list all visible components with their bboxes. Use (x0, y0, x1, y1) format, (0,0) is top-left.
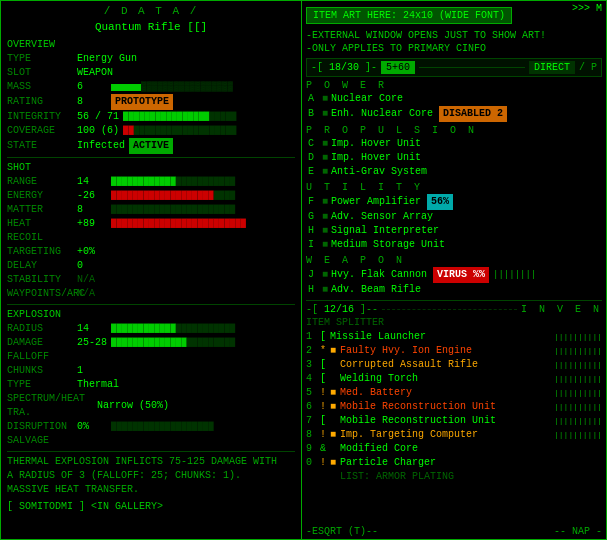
energy-label: ENERGY (7, 189, 77, 203)
matter-value: 8 (77, 203, 107, 217)
prop-item-d: D ■ Imp. Hover Unit (306, 151, 602, 165)
energy-bar: ███████████████████ (111, 189, 214, 203)
util-item-g: G ■ Adv. Sensor Array (306, 210, 602, 224)
utility-label: U T I L I T Y (306, 182, 602, 193)
inv-sub-label: ITEM SPLITTER (306, 317, 602, 328)
type-label: TYPE (7, 52, 77, 66)
inv-bars-6: |||||||||| (554, 400, 602, 414)
energy-value: -26 (77, 189, 107, 203)
rating-row: RATING 8 PROTOTYPE (7, 94, 295, 110)
inv-bars-4: |||||||||| (554, 372, 602, 386)
inv-bars-7: |||||||||| (554, 414, 602, 428)
inv-flag-2: * (320, 344, 330, 358)
util-dot-h: ■ (322, 224, 328, 238)
disruption-bar: ███████████████████ (111, 420, 214, 434)
targeting-row: TARGETING +0% (7, 245, 295, 259)
inv-marker-5: ■ (330, 386, 340, 400)
coverage-bar: ██ (123, 124, 134, 138)
inv-name-6: Mobile Reconstruction Unit (340, 400, 554, 414)
inv-flag-3: [ (320, 358, 330, 372)
rating-badge: PROTOTYPE (111, 94, 173, 110)
radius-row: RADIUS 14 ████████████ ███████████ (7, 322, 295, 336)
inv-num-6: 6 (306, 400, 320, 414)
inv-item-sub: LIST: ARMOR PLATING (306, 470, 602, 484)
inv-bars-1: |||||||||| (554, 330, 602, 344)
weap-item-h: H ■ Adv. Beam Rifle (306, 283, 602, 297)
targeting-value: +0% (77, 245, 107, 259)
prop-item-e: E ■ Anti-Grav System (306, 165, 602, 179)
util-item-i: I ■ Medium Storage Unit (306, 238, 602, 252)
coverage-row: COVERAGE 100 (6) ██ ███████████████████ (7, 124, 295, 138)
util-key-i: I (308, 238, 322, 252)
art-badge: ITEM ART HERE: 24x10 (WIDE FONT) (306, 7, 512, 24)
recoil-label: RECOIL (7, 231, 77, 245)
weap-key-j: J (308, 268, 322, 282)
matter-label: MATTER (7, 203, 77, 217)
inv-name-0: Particle Charger (340, 456, 602, 470)
recoil-row: RECOIL (7, 231, 295, 245)
inv-name-5: Med. Battery (340, 386, 554, 400)
corner-label: >>> M (572, 3, 602, 14)
inv-item-8: 8 ! ■ Imp. Targeting Computer |||||||||| (306, 428, 602, 442)
slot-row: SLOT WEAPON (7, 66, 295, 80)
range-value: 14 (77, 175, 107, 189)
inv-name-9: Modified Core (340, 442, 602, 456)
damage-row: DAMAGE 25-28 ██████████████ █████████ (7, 336, 295, 350)
type-row: TYPE Energy Gun (7, 52, 295, 66)
damage-value: 25-28 (77, 336, 107, 350)
mass-bar (111, 84, 141, 91)
util-dot-g: ■ (322, 210, 328, 224)
weap-key-h2: H (308, 283, 322, 297)
heat-label: HEAT (7, 217, 77, 231)
range-bar: ████████████ (111, 175, 176, 189)
prop-dot-c: ■ (322, 137, 328, 151)
prop-name-c: Imp. Hover Unit (331, 137, 421, 151)
integrity-bar-empty: █████ (209, 110, 236, 124)
inv-num-4: 4 (306, 372, 320, 386)
inv-name-3: Corrupted Assault Rifle (340, 358, 554, 372)
falloff-row: FALLOFF (7, 350, 295, 364)
explosion-label: EXPLOSION (7, 309, 295, 320)
type-value: Energy Gun (77, 52, 137, 66)
stability-label: STABILITY (7, 273, 77, 287)
coverage-label: COVERAGE (7, 124, 77, 138)
prop-dot-d: ■ (322, 151, 328, 165)
weap-badge-j: VIRUS %% (433, 267, 489, 283)
prop-key-d: D (308, 151, 322, 165)
slot-value: WEAPON (77, 66, 113, 80)
inv-item-3: 3 [ Corrupted Assault Rifle |||||||||| (306, 358, 602, 372)
divider-2 (7, 304, 295, 305)
propulsion-label: P R O P U L S I O N (306, 125, 602, 136)
radius-label: RADIUS (7, 322, 77, 336)
inv-item-2: 2 * ■ Faulty Hvy. Ion Engine |||||||||| (306, 344, 602, 358)
inv-marker-0: ■ (330, 456, 340, 470)
mode-direct: DIRECT (529, 61, 575, 74)
inv-name-7: Mobile Reconstruction Unit (340, 414, 554, 428)
salvage-label: SALVAGE (7, 434, 77, 448)
matter-row: MATTER 8 ███████████████████████ (7, 203, 295, 217)
ammo-count: -[ 18/30 ]- (311, 62, 377, 73)
util-name-i: Medium Storage Unit (331, 238, 445, 252)
power-dot-a: ■ (322, 92, 328, 106)
util-dot-i: ■ (322, 238, 328, 252)
stability-value: N/A (77, 273, 107, 287)
spectrum-row: SPECTRUM/HEAT TRA. Narrow (50%) (7, 392, 295, 420)
radius-value: 14 (77, 322, 107, 336)
util-key-h: H (308, 224, 322, 238)
disruption-row: DISRUPTION 0% ███████████████████ (7, 420, 295, 434)
power-label: P O W E R (306, 80, 602, 91)
overview-label: OVERVIEW (7, 39, 295, 50)
weap-item-j: J ■ Hvy. Flak Cannon VIRUS %% |||||||| (306, 267, 602, 283)
main-container: / D A T A / Quantum Rifle [[] OVERVIEW T… (0, 0, 607, 540)
stability-row: STABILITY N/A (7, 273, 295, 287)
inv-num-7: 7 (306, 414, 320, 428)
footer-link[interactable]: [ SOMITODMI ] <IN GALLERY> (7, 501, 295, 512)
util-badge-f: 56% (427, 194, 453, 210)
description: THERMAL EXPLOSION INFLICTS 75-125 DAMAGE… (7, 455, 295, 497)
inv-flag-9: & (320, 442, 330, 456)
energy-row: ENERGY -26 ███████████████████ ████ (7, 189, 295, 203)
damage-bar-e: █████████ (187, 336, 236, 350)
radius-bar-e: ███████████ (176, 322, 235, 336)
power-name-b: Enh. Nuclear Core (331, 107, 433, 121)
inv-name-1: Missile Launcher (330, 330, 554, 344)
